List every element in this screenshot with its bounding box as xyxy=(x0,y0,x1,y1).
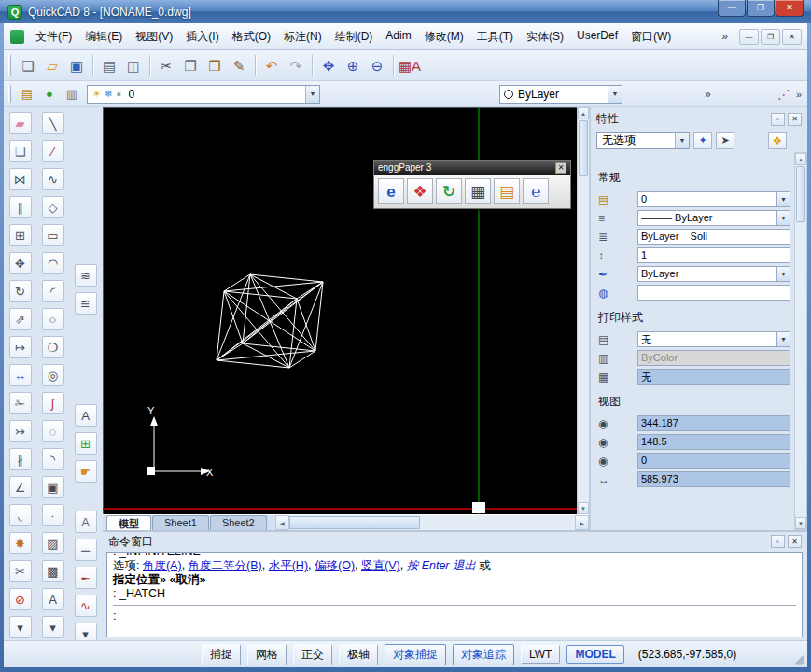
mirror-tool[interactable]: ⋈ xyxy=(9,168,32,190)
more-modify-tools[interactable]: ▾ xyxy=(9,616,32,638)
engg-e-publish-button[interactable]: e xyxy=(378,178,404,204)
circle-2point-tool[interactable]: ❍ xyxy=(42,336,64,358)
insert-block-tool[interactable]: ▣ xyxy=(42,476,64,498)
scroll-left-button[interactable]: ◀ xyxy=(275,515,289,530)
grid-toggle[interactable]: 网格 xyxy=(247,644,287,665)
scale-tool[interactable]: ⇗ xyxy=(9,308,32,330)
view-height-row[interactable]: ↔ 585.973 xyxy=(596,470,790,488)
tab-sheet1[interactable]: Sheet1 xyxy=(152,515,209,530)
copy-button[interactable]: ❐ xyxy=(178,53,203,77)
text-style-tool[interactable]: A xyxy=(75,404,97,427)
more-draw-tools[interactable]: ▾ xyxy=(42,616,64,638)
resize-grip-icon[interactable]: ◢ xyxy=(794,651,804,665)
property-dropdown-arrow[interactable]: ▼ xyxy=(777,210,790,226)
move-tool[interactable]: ✥ xyxy=(9,252,32,274)
document-icon[interactable] xyxy=(10,30,24,44)
rectangle-tool[interactable]: ▭ xyxy=(42,224,64,246)
menu-format[interactable]: 格式(O) xyxy=(226,25,277,49)
osnap-toggle[interactable]: 对象捕捉 xyxy=(385,644,446,665)
pan-button[interactable]: ✥ xyxy=(316,53,341,77)
option-vertical[interactable]: 竖直(V) xyxy=(361,559,400,572)
open-button[interactable]: ▱ xyxy=(40,53,64,77)
print-button[interactable]: ▤ xyxy=(97,53,121,77)
menu-annotate[interactable]: 标注(N) xyxy=(277,25,329,49)
construction-line-tool[interactable]: ∕ xyxy=(42,140,64,162)
layer-states-button[interactable]: ▥ xyxy=(61,84,83,105)
ellipse-arc-tool[interactable]: ◝ xyxy=(42,448,64,470)
canvas-horizontal-scrollbar[interactable]: ◀ ▶ xyxy=(275,515,589,530)
option-bisect[interactable]: 角度二等分(B) xyxy=(189,559,262,572)
properties-scrollbar[interactable]: ▲ ▼ xyxy=(794,152,807,530)
menu-overflow-button[interactable]: » xyxy=(712,30,737,43)
pan-hand-tool[interactable]: ☛ xyxy=(75,460,97,483)
select-objects-button[interactable]: ➤ xyxy=(716,132,734,149)
property-value[interactable]: 0 xyxy=(637,191,777,207)
menu-modify[interactable]: 修改(M) xyxy=(418,25,470,49)
annotation-tool[interactable]: A xyxy=(75,511,97,533)
explode-tool[interactable]: ✸ xyxy=(9,532,32,554)
property-value[interactable]: 148.5 xyxy=(637,434,790,450)
match-properties-button[interactable]: ✎ xyxy=(227,53,251,77)
command-history[interactable]: : _INFINITELINE 选项: 角度(A), 角度二等分(B), 水平(… xyxy=(106,552,803,637)
sketch-tool[interactable]: ∿ xyxy=(75,595,97,617)
point-tool[interactable]: ∙ xyxy=(42,504,64,526)
drawing-canvas[interactable]: Y X enggPaper 3 ✕ e❖↻▦▤℮ xyxy=(103,107,577,514)
properties-close-button[interactable]: ✕ xyxy=(788,113,802,126)
menu-solids[interactable]: 实体(S) xyxy=(520,25,570,49)
toolbar-grip[interactable] xyxy=(8,85,11,103)
extend-tool[interactable]: ↣ xyxy=(9,420,32,442)
hyperlink-row[interactable]: ◍ xyxy=(596,284,790,301)
color-combo-arrow[interactable]: ▼ xyxy=(608,86,622,103)
toolbar-grip[interactable] xyxy=(8,55,11,76)
multiline-tool[interactable]: ≋ xyxy=(75,264,97,287)
otrack-toggle[interactable]: 对象追踪 xyxy=(453,644,514,665)
scroll-up-button[interactable]: ▲ xyxy=(795,153,806,165)
selection-filter-arrow[interactable]: ▼ xyxy=(675,133,689,148)
linetype-scale-row[interactable]: ↕ 1 xyxy=(596,246,790,264)
property-value[interactable] xyxy=(637,285,790,301)
break-tool[interactable]: ∦ xyxy=(9,448,32,470)
view-center-y-row[interactable]: ◉ 148.5 xyxy=(596,433,790,451)
lwt-toggle[interactable]: LWT xyxy=(521,645,560,664)
fillet-tool[interactable]: ◟ xyxy=(9,504,32,526)
property-value[interactable]: ByColor xyxy=(637,350,790,366)
plot-style-row[interactable]: ▤ 无 ▼ xyxy=(596,330,790,348)
cut-button[interactable]: ✂ xyxy=(154,53,178,77)
wireframe-box[interactable] xyxy=(217,274,323,368)
erase-tool[interactable]: ▰ xyxy=(9,112,32,134)
property-value[interactable]: 344.187 xyxy=(637,415,790,431)
layer-combo-arrow[interactable]: ▼ xyxy=(305,86,319,103)
circle-tool[interactable]: ○ xyxy=(42,308,64,330)
text-tool[interactable]: A xyxy=(42,588,64,610)
redo-button[interactable]: ↷ xyxy=(284,53,308,77)
layer-row[interactable]: ▤ 0 ▼ xyxy=(596,190,790,208)
vertical-scroll-thumb[interactable] xyxy=(579,120,588,176)
property-dropdown-arrow[interactable]: ▼ xyxy=(777,266,790,282)
property-dropdown-arrow[interactable]: ▼ xyxy=(777,191,790,207)
linetype-dot-tool[interactable]: ╾ xyxy=(75,567,97,589)
rotate-tool[interactable]: ↻ xyxy=(9,280,32,302)
hatch-tool[interactable]: ▨ xyxy=(42,532,64,554)
option-offset[interactable]: 偏移(O) xyxy=(315,559,355,572)
clip-tool[interactable]: ✂ xyxy=(9,560,32,582)
stretch-tool[interactable]: ↦ xyxy=(9,336,32,358)
array-tool[interactable]: ⊞ xyxy=(9,224,32,246)
command-close-button[interactable]: ✕ xyxy=(788,535,802,548)
menu-edit[interactable]: 编辑(E) xyxy=(78,25,129,49)
property-value[interactable]: ByLayer xyxy=(637,266,777,282)
offset-tool[interactable]: ∥ xyxy=(9,196,32,218)
floating-toolbar-close-button[interactable]: ✕ xyxy=(555,162,566,174)
draworder-icon[interactable]: ⋰ xyxy=(777,87,790,102)
property-value[interactable]: 0 xyxy=(637,453,790,469)
menu-file[interactable]: 文件(F) xyxy=(29,25,78,49)
menu-adim[interactable]: Adim xyxy=(379,25,417,49)
properties-pin-button[interactable]: ▫ xyxy=(771,113,785,126)
engg-grid-button[interactable]: ▦ xyxy=(465,178,491,204)
doc-close-button[interactable]: ✕ xyxy=(782,29,802,45)
ortho-toggle[interactable]: 正交 xyxy=(293,644,332,665)
property-value[interactable]: ByLayer Soli xyxy=(637,229,790,245)
view-center-x-row[interactable]: ◉ 344.187 xyxy=(596,414,790,432)
tab-model[interactable]: 模型 xyxy=(106,515,151,530)
arc-3point-tool[interactable]: ◜ xyxy=(42,280,64,302)
donut-tool[interactable]: ◎ xyxy=(42,364,64,386)
